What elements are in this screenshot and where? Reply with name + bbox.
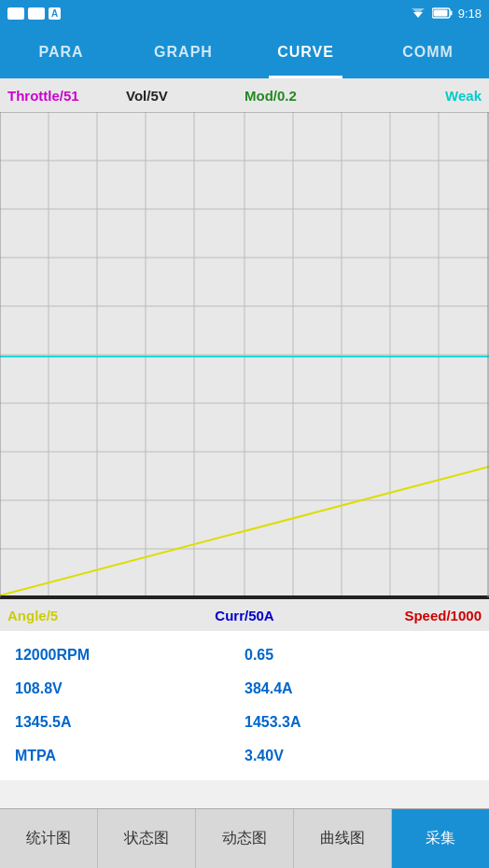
tab-graph[interactable]: GRAPH: [122, 26, 244, 78]
tab-para[interactable]: PARA: [0, 26, 122, 78]
label-mod: Mod/0.2: [244, 88, 363, 104]
chart-labels-bottom: Angle/5 Curr/50A Speed/1000: [0, 597, 489, 631]
bottom-bar: 统计图 状态图 动态图 曲线图 采集: [0, 808, 489, 868]
time-display: 9:18: [458, 7, 482, 21]
data-right-1: 384.4A: [244, 680, 474, 697]
data-panel: 12000RPM 0.65 108.8V 384.4A 1345.5A 1453…: [0, 631, 489, 780]
data-row-3: MTPA 3.40V: [15, 739, 474, 773]
nav-tabs: PARA GRAPH CURVE COMM: [0, 26, 489, 78]
data-right-3: 3.40V: [244, 748, 474, 764]
label-angle: Angle/5: [7, 608, 165, 623]
chart-svg: [0, 112, 489, 597]
label-throttle: Throttle/51: [7, 88, 126, 104]
data-left-0: 12000RPM: [15, 647, 244, 664]
status-right: 9:18: [410, 7, 482, 21]
wifi-icon: [410, 7, 426, 20]
svg-rect-3: [450, 11, 452, 16]
svg-marker-1: [412, 8, 425, 14]
btn-dynamic[interactable]: 动态图: [196, 809, 294, 868]
data-row-0: 12000RPM 0.65: [15, 638, 474, 672]
battery-icon: [432, 7, 453, 19]
icon-3: A: [49, 7, 61, 20]
tab-comm[interactable]: COMM: [367, 26, 489, 78]
data-left-1: 108.8V: [15, 680, 244, 697]
data-left-3: MTPA: [15, 748, 244, 764]
status-left: A: [7, 7, 61, 20]
btn-collect[interactable]: 采集: [392, 809, 489, 868]
btn-status[interactable]: 状态图: [98, 809, 196, 868]
tab-curve[interactable]: CURVE: [244, 26, 367, 78]
data-row-2: 1345.5A 1453.3A: [15, 706, 474, 739]
data-left-2: 1345.5A: [15, 714, 244, 731]
btn-stats[interactable]: 统计图: [0, 809, 98, 868]
icon-2: [28, 7, 45, 20]
btn-curve[interactable]: 曲线图: [294, 809, 392, 868]
label-weak: Weak: [363, 88, 482, 104]
chart-labels-top: Throttle/51 Vol/5V Mod/0.2 Weak: [0, 78, 489, 112]
data-right-2: 1453.3A: [244, 714, 474, 731]
data-right-0: 0.65: [244, 647, 474, 664]
label-speed: Speed/1000: [324, 608, 482, 623]
icon-1: [7, 7, 24, 20]
data-row-1: 108.8V 384.4A: [15, 672, 474, 706]
svg-rect-4: [433, 10, 447, 17]
label-vol: Vol/5V: [126, 88, 244, 104]
label-curr: Curr/50A: [165, 608, 323, 623]
chart-graph: [0, 112, 489, 597]
status-bar: A 9:18: [0, 0, 489, 26]
chart-container: Throttle/51 Vol/5V Mod/0.2 Weak: [0, 78, 489, 631]
